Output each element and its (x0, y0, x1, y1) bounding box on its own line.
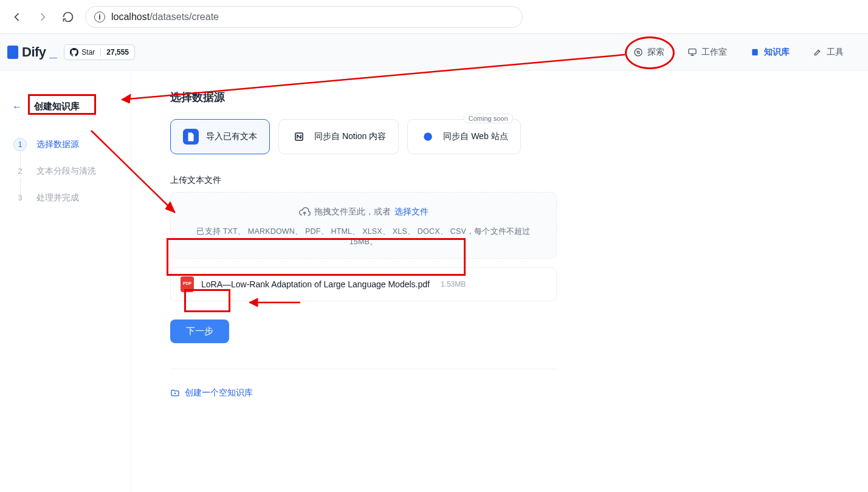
upload-cloud-icon (298, 206, 311, 218)
option-import-text[interactable]: 导入已有文本 (170, 119, 270, 154)
content-row: ← 创建知识库 1 选择数据源 2 文本分段与清洗 3 处理并完成 选择数据源 (0, 70, 868, 492)
svg-rect-2 (689, 49, 696, 53)
step-2[interactable]: 2 文本分段与清洗 (13, 165, 131, 178)
datasource-options: 导入已有文本 同步自 Notion 内容 Coming soon 同步自 Web… (170, 119, 868, 154)
file-text-icon (183, 129, 199, 145)
browser-url: localhost/datasets/create (111, 12, 219, 22)
top-nav: 探索 工作室 知识库 工具 (629, 44, 861, 60)
tool-icon (813, 47, 822, 57)
browser-url-bar[interactable]: i localhost/datasets/create (85, 6, 523, 28)
brand-cursor: _ (50, 44, 57, 60)
nav-tools[interactable]: 工具 (808, 44, 849, 60)
svg-point-5 (424, 132, 433, 141)
brand-logo[interactable]: Dify_ (7, 44, 57, 60)
app-header: Dify_ Star 27,555 探索 工作室 知识库 工具 (0, 34, 868, 70)
file-dropzone[interactable]: 拖拽文件至此，或者 选择文件 已支持 TXT、 MARKDOWN、 PDF、 H… (170, 192, 557, 259)
divider (170, 369, 557, 369)
page-heading: 选择数据源 (170, 90, 868, 104)
nav-studio[interactable]: 工作室 (683, 44, 732, 60)
svg-rect-3 (752, 49, 757, 55)
browser-reload-button[interactable] (60, 9, 77, 26)
site-info-icon[interactable]: i (94, 12, 105, 22)
monitor-icon (687, 47, 697, 57)
brand-name: Dify (22, 44, 46, 60)
main-panel: 选择数据源 导入已有文本 同步自 Notion 内容 Coming soon 同 (131, 70, 868, 492)
sidebar: ← 创建知识库 1 选择数据源 2 文本分段与清洗 3 处理并完成 (0, 70, 131, 492)
nav-knowledge[interactable]: 知识库 (745, 44, 794, 60)
coming-soon-badge: Coming soon (464, 114, 513, 123)
nav-explore[interactable]: 探索 (629, 44, 669, 60)
github-icon (70, 48, 78, 56)
step-connector (20, 152, 21, 176)
step-connector (20, 178, 21, 201)
upload-section-title: 上传文本文件 (170, 175, 868, 186)
option-sync-web[interactable]: Coming soon 同步自 Web 站点 (407, 119, 520, 154)
browser-forward-button[interactable] (34, 9, 51, 26)
globe-icon (420, 129, 436, 145)
svg-marker-1 (637, 51, 639, 53)
notion-icon (291, 129, 307, 145)
github-star-pill[interactable]: Star 27,555 (64, 44, 135, 60)
step-3[interactable]: 3 处理并完成 (13, 191, 131, 205)
file-name: LoRA—Low-Rank Adaptation of Large Langua… (201, 279, 430, 289)
pdf-file-icon (181, 276, 194, 292)
uploaded-file-row[interactable]: LoRA—Low-Rank Adaptation of Large Langua… (170, 267, 557, 301)
browser-back-button[interactable] (9, 9, 26, 26)
back-arrow-icon[interactable]: ← (12, 101, 22, 112)
logo-mark-icon (7, 46, 18, 59)
supported-formats: 已支持 TXT、 MARKDOWN、 PDF、 HTML、 XLSX、 XLS、… (183, 227, 544, 247)
file-size: 1.53MB (441, 280, 466, 289)
sidebar-title: 创建知识库 (28, 97, 86, 116)
book-icon (750, 47, 760, 57)
github-star-count: 27,555 (101, 48, 134, 56)
steps-list: 1 选择数据源 2 文本分段与清洗 3 处理并完成 (0, 138, 131, 205)
svg-point-0 (635, 49, 642, 56)
choose-file-link[interactable]: 选择文件 (394, 207, 429, 217)
create-empty-kb-link[interactable]: 创建一个空知识库 (170, 388, 868, 398)
folder-plus-icon (170, 388, 180, 398)
browser-toolbar: i localhost/datasets/create (0, 0, 868, 34)
compass-icon (633, 47, 643, 57)
github-star-label: Star (81, 48, 95, 56)
option-sync-notion[interactable]: 同步自 Notion 内容 (278, 119, 399, 154)
step-1[interactable]: 1 选择数据源 (13, 138, 131, 151)
next-button[interactable]: 下一步 (170, 319, 229, 343)
